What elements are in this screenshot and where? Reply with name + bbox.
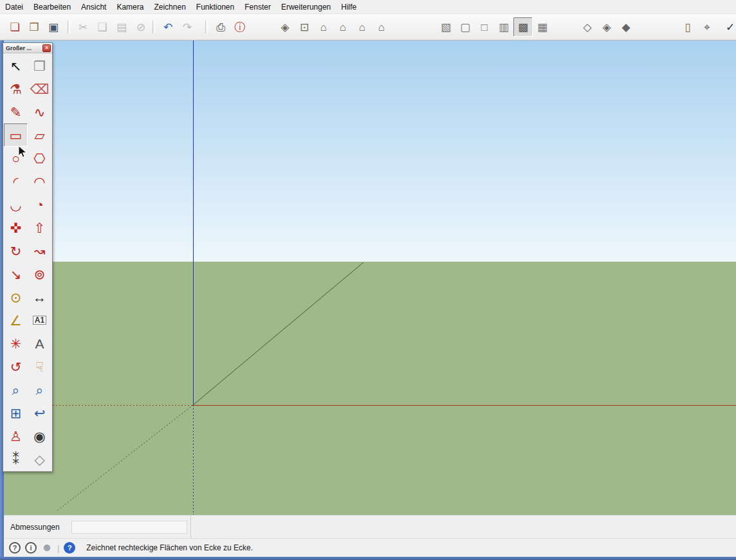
zoom-extents-tool[interactable]: ⊞	[4, 401, 28, 424]
window-border-bottom	[0, 557, 736, 560]
zoom-window-tool[interactable]: ⌕	[28, 378, 51, 401]
face-style-monochrome-button[interactable]: ▦	[533, 17, 552, 37]
face-style-shaded-textures-icon: ▩	[518, 22, 528, 33]
3d-text-tool[interactable]: A	[28, 332, 51, 355]
confirm-check-button[interactable]: ✓	[721, 17, 736, 37]
two-point-arc-tool[interactable]: ◠	[28, 170, 51, 193]
rotate-tool[interactable]: ↻	[4, 239, 28, 262]
tip-icon[interactable]: ?	[9, 542, 21, 554]
menu-fenster[interactable]: Fenster	[239, 0, 276, 14]
view-top-icon: ⊡	[300, 22, 309, 33]
scale-tool[interactable]: ↘	[4, 262, 28, 285]
axes-tool[interactable]: ✳	[4, 332, 28, 355]
push-pull-tool[interactable]: ⇧	[28, 216, 51, 239]
view-back-button[interactable]: ⌂	[353, 17, 372, 37]
print-button[interactable]: ⎙	[211, 17, 230, 37]
face-style-xray-button[interactable]: ▧	[436, 17, 455, 37]
signin-user-icon[interactable]: ☻	[41, 542, 53, 554]
protractor-tool[interactable]: ∠	[4, 309, 28, 332]
undo-icon: ↶	[163, 22, 172, 33]
rotated-rectangle-tool[interactable]: ▱	[28, 123, 51, 147]
drawing-canvas[interactable]	[4, 41, 736, 515]
paste-button[interactable]: ▤	[112, 17, 131, 37]
make-component-tool[interactable]: ❐	[28, 54, 51, 77]
text-tool[interactable]: A1	[28, 309, 51, 332]
tape-measure-tool[interactable]: ⊙	[4, 285, 28, 309]
eraser-tool[interactable]: ⌫	[28, 77, 51, 100]
save-file-button[interactable]: ▣	[44, 17, 63, 37]
menu-funktionen[interactable]: Funktionen	[191, 0, 239, 14]
menu-kamera[interactable]: Kamera	[111, 0, 149, 14]
zoom-tool[interactable]: ⌕	[4, 378, 28, 401]
follow-me-tool[interactable]: ↝	[28, 239, 51, 262]
3d-text-icon: A	[35, 337, 44, 350]
status-hint: Zeichnet rechteckige Flächen von Ecke zu…	[86, 543, 253, 552]
close-icon: ✕	[44, 45, 49, 51]
view-iso-button[interactable]: ◈	[275, 17, 295, 37]
freehand-tool[interactable]: ∿	[28, 100, 51, 123]
section-plane-tool[interactable]: ◇	[28, 447, 51, 471]
view-front-button[interactable]: ⌂	[314, 17, 333, 37]
menu-bearbeiten[interactable]: Bearbeiten	[28, 0, 76, 14]
menu-hilfe[interactable]: Hilfe	[336, 0, 362, 14]
toolbar-group-output: ⎙ⓘ	[211, 17, 250, 37]
open-file-button[interactable]: ❒	[24, 17, 44, 37]
context-help-icon[interactable]: ?	[64, 542, 75, 554]
face-style-hidden-line-button[interactable]: □	[475, 17, 494, 37]
previous-view-tool[interactable]: ↩	[28, 401, 51, 424]
model-info-button[interactable]: ⓘ	[230, 17, 250, 37]
copy-button[interactable]: ❑	[93, 17, 112, 37]
polygon-tool[interactable]: ⎔	[28, 147, 51, 170]
select-tool[interactable]: ↖	[4, 54, 28, 77]
new-file-button[interactable]: ❏	[5, 17, 24, 37]
tool-palette-titlebar[interactable]: Großer ... ✕	[3, 43, 52, 53]
circle-tool[interactable]: ○	[4, 147, 28, 170]
paint-bucket-tool[interactable]: ⚗	[4, 77, 28, 100]
make-component-icon: ❐	[33, 59, 46, 73]
green-axis-negative-line	[57, 405, 193, 511]
display-section-cuts-button[interactable]: ◆	[616, 17, 636, 37]
arc-tool[interactable]: ◜	[4, 170, 28, 193]
pan-tool[interactable]: ☟	[28, 355, 51, 378]
axes-target-button[interactable]: ⌖	[697, 17, 717, 37]
menu-zeichnen[interactable]: Zeichnen	[149, 0, 190, 14]
walk-tool[interactable]: ⁑	[4, 447, 28, 471]
pie-tool[interactable]: ◔	[28, 193, 51, 216]
position-camera-tool[interactable]: ♙	[4, 424, 28, 447]
display-section-planes-button[interactable]: ◈	[597, 17, 616, 37]
view-right-button[interactable]: ⌂	[333, 17, 353, 37]
cut-button[interactable]: ✂	[73, 17, 93, 37]
measurements-input[interactable]	[71, 521, 187, 534]
components-window-button[interactable]: ▯	[678, 17, 697, 37]
face-style-monochrome-icon: ▦	[537, 22, 547, 33]
section-plane-icon: ◇	[583, 22, 591, 33]
view-left-button[interactable]: ⌂	[372, 17, 391, 37]
confirm-check-icon: ✓	[726, 22, 735, 33]
menu-datei[interactable]: Datei	[0, 0, 28, 14]
dimension-tool[interactable]: ↔	[28, 285, 51, 309]
palette-close-button[interactable]: ✕	[42, 44, 51, 52]
face-style-wireframe-button[interactable]: ▢	[455, 17, 475, 37]
delete-button[interactable]: ⊘	[131, 17, 151, 37]
move-tool[interactable]: ✜	[4, 216, 28, 239]
offset-tool[interactable]: ⊚	[28, 262, 51, 285]
three-point-arc-tool[interactable]: ◡	[4, 193, 28, 216]
redo-button[interactable]: ↷	[178, 17, 197, 37]
look-around-tool[interactable]: ◉	[28, 424, 51, 447]
print-icon: ⎙	[216, 22, 225, 33]
undo-button[interactable]: ↶	[158, 17, 178, 37]
zoom-icon: ⌕	[12, 383, 20, 397]
menu-erweiterungen[interactable]: Erweiterungen	[276, 0, 336, 14]
info-icon[interactable]: i	[25, 542, 37, 554]
protractor-icon: ∠	[10, 314, 22, 327]
view-top-button[interactable]: ⊡	[295, 17, 314, 37]
section-plane-button[interactable]: ◇	[578, 17, 597, 37]
rectangle-tool[interactable]: ▭	[4, 123, 28, 147]
line-tool[interactable]: ✎	[4, 100, 28, 123]
face-style-shaded-button[interactable]: ▥	[494, 17, 513, 37]
face-style-shaded-textures-button[interactable]: ▩	[513, 17, 533, 37]
menu-ansicht[interactable]: Ansicht	[76, 0, 111, 14]
position-camera-icon: ♙	[10, 429, 22, 443]
orbit-tool[interactable]: ↺	[4, 355, 28, 378]
measurements-label: Abmessungen	[10, 523, 60, 532]
